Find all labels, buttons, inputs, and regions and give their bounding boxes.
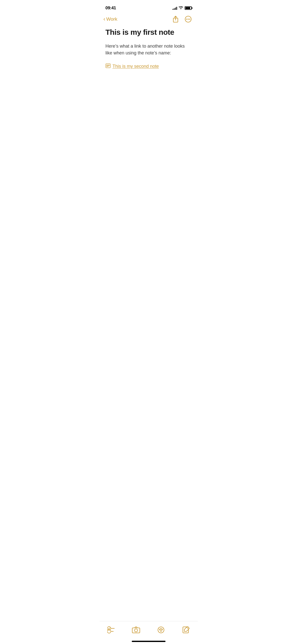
- signal-bar-2: [174, 8, 175, 10]
- battery-fill: [185, 7, 190, 9]
- nav-bar: ‹ Work: [100, 13, 198, 26]
- signal-bar-1: [173, 9, 173, 10]
- svg-point-4: [189, 19, 190, 20]
- share-icon: [173, 16, 179, 23]
- wifi-icon: [179, 6, 183, 10]
- signal-bar-3: [175, 8, 176, 10]
- back-label: Work: [106, 16, 117, 22]
- note-title: This is my first note: [106, 28, 192, 37]
- note-body: Here’s what a link to another note looks…: [106, 43, 192, 56]
- note-link-icon: [106, 63, 111, 69]
- status-time: 09:41: [106, 6, 116, 11]
- more-button[interactable]: [184, 15, 193, 24]
- battery-icon: [185, 6, 192, 10]
- note-link[interactable]: This is my second note: [106, 63, 192, 69]
- nav-actions: [171, 15, 193, 24]
- back-chevron-icon: ‹: [104, 16, 105, 22]
- note-doc-icon: [106, 63, 111, 68]
- status-bar: 09:41: [100, 0, 198, 13]
- status-icons: [173, 6, 192, 10]
- more-icon: [185, 16, 192, 23]
- share-button[interactable]: [171, 15, 180, 24]
- note-link-text: This is my second note: [113, 64, 159, 69]
- note-content: This is my first note Here’s what a link…: [100, 26, 198, 75]
- back-button[interactable]: ‹ Work: [104, 16, 117, 22]
- svg-point-2: [186, 19, 187, 20]
- svg-point-3: [188, 19, 189, 20]
- signal-bars-icon: [173, 6, 177, 10]
- signal-bar-4: [176, 7, 177, 10]
